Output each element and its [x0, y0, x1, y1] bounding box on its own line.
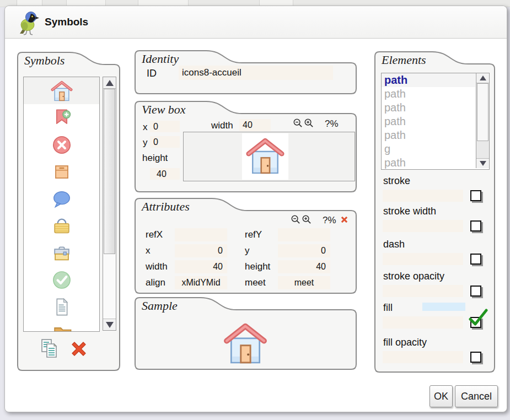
x-label: x: [146, 245, 151, 256]
scrollbar-thumb[interactable]: [104, 89, 115, 254]
house-preview-icon: [244, 134, 287, 177]
viewbox-x-label: x: [143, 122, 148, 133]
cancel-button[interactable]: Cancel: [455, 385, 498, 407]
symbols-panel: Symbols: [17, 52, 120, 371]
viewbox-height-label: height: [142, 153, 168, 164]
element-item[interactable]: path: [382, 101, 475, 115]
scrollbar-thumb[interactable]: [477, 83, 488, 141]
magnifier-minus-icon[interactable]: [291, 214, 301, 225]
fill-label: fill: [383, 302, 393, 314]
elements-scrollbar[interactable]: [476, 73, 489, 168]
width-input[interactable]: 40: [175, 260, 227, 273]
stroke-property: stroke: [374, 175, 495, 206]
scroll-up-button[interactable]: [103, 77, 116, 89]
refx-input[interactable]: [175, 228, 227, 241]
viewbox-preview: [183, 132, 355, 181]
refy-label: refY: [245, 229, 262, 240]
scroll-up-button[interactable]: [476, 73, 489, 83]
symbol-item-folder[interactable]: [24, 320, 99, 332]
ok-button[interactable]: OK: [430, 385, 453, 407]
symbol-item-chat[interactable]: [24, 185, 99, 212]
symbol-item-bookmark-add[interactable]: [24, 104, 99, 131]
dash-property: dash: [374, 239, 495, 269]
viewbox-percent-label: ?%: [325, 119, 339, 130]
element-item[interactable]: path: [382, 115, 475, 128]
viewbox-x-input[interactable]: 0: [150, 121, 180, 132]
house-icon: [50, 79, 74, 103]
y-input[interactable]: 0: [278, 244, 330, 257]
stroke-width-input[interactable]: [383, 220, 463, 232]
viewbox-width-input[interactable]: 40: [239, 119, 271, 131]
align-input[interactable]: xMidYMid: [175, 276, 227, 289]
fill-property: fill: [374, 302, 495, 334]
dash-checkbox[interactable]: [470, 254, 481, 265]
scroll-down-button[interactable]: [476, 158, 489, 168]
symbol-item-ok[interactable]: [24, 266, 99, 293]
stroke-label: stroke: [383, 175, 410, 187]
height-label: height: [245, 261, 270, 272]
id-input[interactable]: icons8-accueil: [179, 66, 333, 80]
symbol-item-cancel[interactable]: [24, 131, 99, 158]
element-item[interactable]: path: [382, 87, 475, 101]
symbol-item-toolbox[interactable]: [24, 239, 99, 266]
document-icon: [50, 295, 74, 319]
fill-opacity-checkbox[interactable]: [470, 352, 481, 363]
dash-label: dash: [383, 239, 405, 250]
symbols-scrollbar[interactable]: [103, 77, 116, 331]
dash-input[interactable]: [383, 253, 463, 265]
viewbox-panel: View box x 0 y 0 height 40 width 40 ?%: [135, 101, 357, 192]
refx-label: refX: [146, 229, 163, 240]
copy-button[interactable]: [40, 338, 60, 359]
triangle-up-icon: [106, 80, 114, 86]
meet-input[interactable]: meet: [278, 276, 330, 289]
symbol-item-house[interactable]: [24, 77, 99, 104]
bookmark-add-icon: [50, 106, 74, 130]
delete-icon[interactable]: [69, 340, 88, 358]
symbol-item-box[interactable]: [24, 158, 99, 185]
element-item[interactable]: path: [382, 128, 475, 142]
fill-color-swatch[interactable]: [422, 303, 465, 311]
magnifier-minus-icon[interactable]: [293, 118, 303, 128]
stroke-checkbox[interactable]: [470, 190, 481, 201]
magnifier-plus-icon[interactable]: [304, 118, 314, 128]
symbol-item-handbag[interactable]: [24, 212, 99, 239]
width-label: width: [146, 261, 168, 272]
element-item[interactable]: path: [382, 156, 475, 169]
stroke-width-checkbox[interactable]: [470, 220, 481, 231]
box-icon: [50, 160, 74, 184]
remove-icon[interactable]: [340, 216, 348, 224]
fill-opacity-input[interactable]: [383, 351, 463, 363]
viewbox-height-input[interactable]: 40: [150, 168, 180, 180]
sample-panel-title: Sample: [142, 299, 178, 313]
fill-opacity-property: fill opacity: [374, 337, 495, 367]
elements-list[interactable]: path path path path path g path: [381, 73, 490, 170]
viewbox-y-label: y: [143, 137, 148, 148]
y-label: y: [245, 245, 250, 256]
ok-icon: [50, 268, 74, 292]
fill-checkbox[interactable]: [470, 317, 481, 328]
triangle-down-icon: [106, 322, 114, 328]
magnifier-plus-icon[interactable]: [302, 214, 312, 225]
scroll-down-button[interactable]: [103, 319, 116, 330]
height-input[interactable]: 40: [278, 260, 330, 273]
chat-icon: [50, 187, 74, 211]
refy-input[interactable]: [278, 228, 330, 241]
symbol-item-document[interactable]: [24, 293, 99, 320]
stroke-opacity-checkbox[interactable]: [470, 286, 481, 297]
symbols-list[interactable]: [23, 77, 100, 332]
sample-house-icon: [221, 319, 270, 368]
align-label: align: [146, 277, 165, 288]
toolbox-icon: [50, 241, 74, 265]
symbols-dialog: Symbols Symbols: [4, 6, 507, 412]
element-item[interactable]: g: [382, 142, 475, 156]
dialog-title: Symbols: [45, 6, 88, 38]
stroke-width-label: stroke width: [383, 206, 436, 217]
stroke-width-property: stroke width: [374, 206, 495, 236]
stroke-input[interactable]: [383, 190, 463, 202]
x-input[interactable]: 0: [175, 244, 227, 257]
element-item[interactable]: path: [382, 73, 475, 87]
stroke-opacity-input[interactable]: [383, 285, 463, 297]
viewbox-y-input[interactable]: 0: [150, 136, 180, 148]
meet-label: meet: [245, 277, 266, 288]
fill-input[interactable]: [383, 316, 463, 329]
